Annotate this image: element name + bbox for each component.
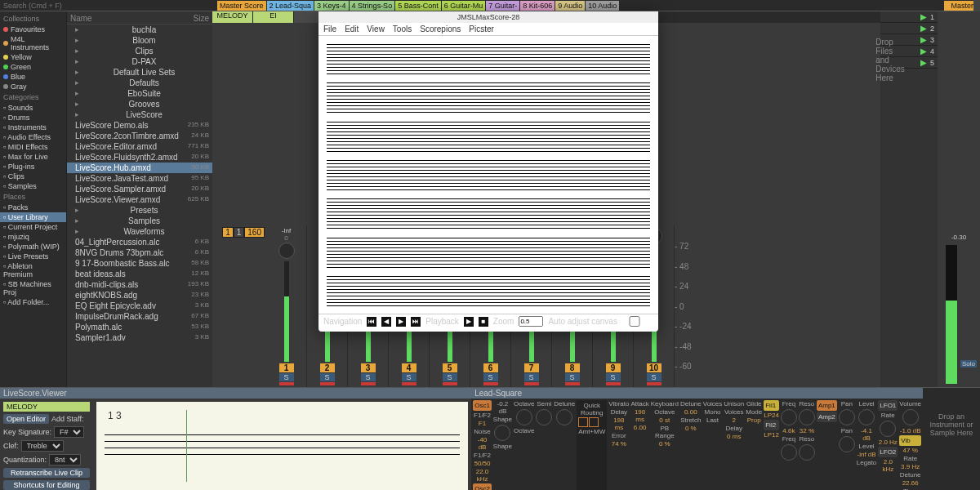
- score-menu-item[interactable]: Scorepions: [420, 24, 461, 33]
- track-tab[interactable]: 7 Guitar-: [486, 1, 519, 11]
- clip-slot[interactable]: EI: [253, 11, 294, 23]
- category-item[interactable]: ▫ Audio Effects: [0, 132, 66, 142]
- score-window[interactable]: JMSLMaxScore-28 FileEditViewToolsScorepi…: [318, 11, 658, 332]
- score-menu-item[interactable]: View: [367, 24, 385, 33]
- pan-knob[interactable]: [278, 243, 295, 259]
- score-menu-item[interactable]: File: [323, 24, 336, 33]
- file-row[interactable]: LiveScore.2conTimbre.amxd24 KB: [67, 131, 212, 141]
- vol-knob[interactable]: [902, 409, 919, 425]
- prop[interactable]: Prop: [746, 416, 762, 424]
- v198a[interactable]: 198 ms: [608, 416, 629, 431]
- file-row[interactable]: LiveScore.Viewer.amxd625 KB: [67, 194, 212, 205]
- score-menu-item[interactable]: Tools: [393, 24, 412, 33]
- v000[interactable]: 0.00: [680, 408, 702, 416]
- level-knob[interactable]: [858, 409, 875, 425]
- auto-adjust-checkbox[interactable]: [622, 316, 647, 327]
- file-row[interactable]: Sampler1.adv3 KB: [67, 332, 212, 343]
- folder-row[interactable]: buchla: [67, 24, 212, 35]
- osc-level[interactable]: -0.2 dB: [493, 400, 512, 415]
- place-item[interactable]: ▫ Polymath (WIP): [0, 242, 66, 252]
- nav-prev-icon[interactable]: ◀: [381, 317, 391, 327]
- tempo-beat[interactable]: 1: [223, 228, 233, 237]
- v0ms[interactable]: 0 ms: [724, 433, 744, 440]
- category-item[interactable]: ▫ MIDI Effects: [0, 142, 66, 152]
- track-tab[interactable]: 3 Keys-4: [314, 1, 349, 11]
- scene-row[interactable]: ▶2: [880, 23, 938, 34]
- folder-row[interactable]: Grooves: [67, 99, 212, 109]
- quant-select[interactable]: 8nt: [49, 454, 81, 466]
- folder-row[interactable]: D-PAX: [67, 56, 212, 67]
- v2[interactable]: 2: [724, 416, 744, 424]
- folder-row[interactable]: Waveforms: [67, 226, 212, 237]
- lfo2-button[interactable]: LFO2: [878, 447, 898, 457]
- keysig-select[interactable]: F#: [54, 426, 84, 438]
- category-item[interactable]: ▫ Clips: [0, 172, 66, 181]
- vib-button[interactable]: Vib: [899, 435, 921, 446]
- v0a[interactable]: 0 %: [651, 440, 679, 448]
- scene-row[interactable]: ▶1: [880, 11, 938, 23]
- noise-val[interactable]: -40 dB: [473, 436, 492, 451]
- file-row[interactable]: beat ideas.als12 KB: [67, 269, 212, 279]
- collection-item[interactable]: Blue: [0, 72, 66, 82]
- file-row[interactable]: dnb-midi-clips.als193 KB: [67, 279, 212, 290]
- file-row[interactable]: Polymath.alc53 KB: [67, 322, 212, 332]
- pan2-knob[interactable]: [839, 436, 855, 452]
- category-item[interactable]: ▫ Drums: [0, 113, 66, 122]
- shape-knob[interactable]: [494, 425, 510, 441]
- place-item[interactable]: ▫ Packs: [0, 203, 66, 212]
- v0b[interactable]: 0 %: [680, 425, 702, 432]
- amp2-button[interactable]: Amp2: [817, 412, 837, 422]
- osc1-button[interactable]: Osc1: [473, 400, 492, 411]
- file-row[interactable]: eightKNOBS.adg23 KB: [67, 290, 212, 301]
- file-row[interactable]: LiveScore.Hub.amxd30 KB: [67, 163, 212, 173]
- file-row[interactable]: 8NVG Drums 73bpm.alc6 KB: [67, 247, 212, 258]
- osc2-button[interactable]: Osc2: [473, 483, 492, 490]
- tempo-bpm[interactable]: 160: [245, 228, 264, 237]
- folder-row[interactable]: Default Live Sets: [67, 67, 212, 78]
- folder-row[interactable]: EboSuite: [67, 88, 212, 99]
- folder-row[interactable]: Bloom: [67, 35, 212, 46]
- f1f2b-val[interactable]: 50/50: [473, 460, 492, 467]
- folder-row[interactable]: Presets: [67, 205, 212, 216]
- category-item[interactable]: ▫ Sounds: [0, 103, 66, 113]
- v198b[interactable]: 198 ms: [630, 408, 648, 423]
- file-row[interactable]: LiveScore.Fluidsynth2.amxd20 KB: [67, 152, 212, 163]
- edge-handle[interactable]: [973, 0, 980, 11]
- nav-next-icon[interactable]: ▶: [396, 317, 406, 327]
- v74[interactable]: 74 %: [608, 440, 629, 448]
- category-item[interactable]: ▫ Samples: [0, 181, 66, 191]
- semi-knob[interactable]: [536, 409, 552, 425]
- rate-knob[interactable]: [880, 421, 896, 437]
- lp12[interactable]: LP12: [764, 431, 779, 439]
- freq2-knob[interactable]: [781, 444, 797, 461]
- legato[interactable]: Legato: [857, 459, 876, 466]
- folder-row[interactable]: LiveScore: [67, 109, 212, 120]
- fil2-button[interactable]: Fil2: [764, 420, 779, 430]
- det-knob[interactable]: [556, 409, 572, 425]
- folder-row[interactable]: Clips: [67, 46, 212, 56]
- search-input[interactable]: [0, 1, 212, 11]
- file-row[interactable]: LiveScore.JavaTest.amxd95 KB: [67, 173, 212, 184]
- category-item[interactable]: ▫ Plug-ins: [0, 162, 66, 172]
- file-row[interactable]: 9 17-Boombastic Bass.alc58 KB: [67, 258, 212, 269]
- routing-box[interactable]: [578, 417, 588, 427]
- clef-select[interactable]: Treble: [21, 440, 64, 452]
- f1-val[interactable]: F1: [473, 420, 492, 427]
- place-item[interactable]: ▫ Ableton Premium: [0, 261, 66, 279]
- file-row[interactable]: LiveScore.Sampler.amxd20 KB: [67, 184, 212, 194]
- place-item[interactable]: ▫ Add Folder...: [0, 297, 66, 307]
- track-tab[interactable]: 2 Lead-Squa: [267, 1, 314, 11]
- shortcuts-button[interactable]: Shortcuts for Editing: [3, 480, 90, 490]
- oct-knob[interactable]: [516, 409, 532, 425]
- file-row[interactable]: ImpulseDrumRack.adg67 KB: [67, 311, 212, 322]
- amp1-button[interactable]: Amp1: [817, 400, 837, 411]
- file-row[interactable]: EQ Eight Epicycle.adv3 KB: [67, 301, 212, 311]
- nav-first-icon[interactable]: ⏮: [367, 317, 376, 327]
- khz-val[interactable]: 22.0 kHz: [473, 468, 492, 483]
- solo-button[interactable]: Solo: [960, 360, 977, 368]
- folder-row[interactable]: Samples: [67, 216, 212, 226]
- collection-item[interactable]: Yellow: [0, 52, 66, 62]
- score-menu-item[interactable]: Edit: [345, 24, 359, 33]
- track-tab[interactable]: 8 Kit-606: [520, 1, 555, 11]
- mono[interactable]: Mono: [703, 408, 723, 416]
